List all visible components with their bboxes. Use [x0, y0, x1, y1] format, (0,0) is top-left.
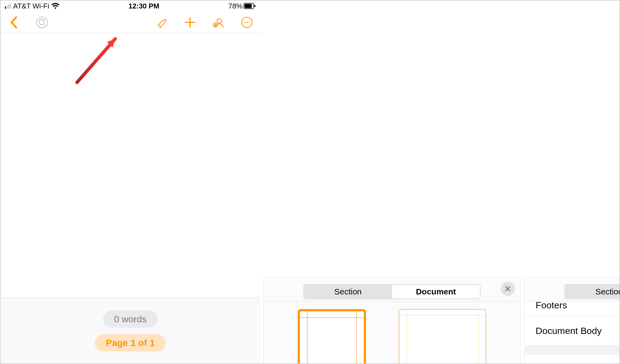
carrier-label: AT&T Wi-Fi	[13, 2, 49, 10]
popover-header: Section Document	[264, 278, 520, 302]
row-footers[interactable]: Footers	[525, 302, 620, 316]
battery-pct-label: 78%	[228, 2, 243, 10]
signal-bars-icon	[5, 3, 11, 9]
row-facing-pages[interactable]: Facing Pages	[525, 355, 620, 364]
document-canvas[interactable]	[1, 33, 260, 298]
format-brush-button[interactable]	[155, 16, 168, 29]
svg-point-8	[246, 22, 248, 23]
page-indicator-pill[interactable]: Page 1 of 1	[95, 334, 166, 351]
document-body-label: Document Body	[536, 326, 602, 336]
landscape-thumb-icon	[399, 309, 486, 364]
orientation-landscape[interactable]: Landscape	[399, 309, 486, 364]
phone-bottom-bar: 0 words Page 1 of 1	[1, 298, 260, 363]
portrait-thumb-icon	[298, 309, 366, 364]
word-count-pill[interactable]: 0 words	[103, 311, 157, 328]
popover-header: Section Document	[525, 278, 620, 302]
collaborate-button[interactable]	[212, 16, 225, 29]
document-settings-list[interactable]: Footers Document Body Facing Pages Docum…	[525, 302, 620, 364]
section-gap	[525, 346, 620, 355]
svg-point-9	[249, 22, 250, 23]
svg-point-3	[37, 17, 48, 28]
format-popover-document-settings: Section Document Footers Document Body F…	[524, 277, 620, 364]
section-document-segmented[interactable]: Section Document	[303, 284, 481, 299]
svg-rect-2	[254, 5, 255, 7]
status-left: AT&T Wi-Fi	[5, 2, 60, 10]
toolbar	[1, 11, 260, 33]
battery-icon	[244, 3, 256, 9]
tab-section[interactable]: Section	[565, 285, 620, 299]
svg-point-7	[244, 22, 245, 23]
phone-screen: AT&T Wi-Fi 12:30 PM 78%	[1, 1, 260, 363]
section-document-segmented[interactable]: Section Document	[564, 284, 620, 299]
orientation-options: Portrait Landscape	[264, 302, 520, 364]
tab-document[interactable]: Document	[392, 285, 480, 299]
undo-button[interactable]	[36, 16, 49, 29]
wifi-icon	[51, 3, 60, 9]
row-document-body[interactable]: Document Body	[525, 316, 620, 346]
insert-plus-button[interactable]	[184, 16, 197, 29]
svg-rect-1	[245, 4, 252, 8]
more-options-button[interactable]	[240, 16, 253, 29]
close-button[interactable]	[501, 282, 515, 296]
footers-label: Footers	[536, 302, 567, 311]
tab-section[interactable]: Section	[304, 285, 392, 299]
format-popover-orientation: Section Document Portrait Landscape	[263, 277, 521, 364]
orientation-portrait[interactable]: Portrait	[298, 309, 366, 364]
svg-point-4	[217, 19, 222, 23]
clock-label: 12:30 PM	[129, 2, 160, 10]
status-right: 78%	[228, 2, 256, 10]
status-bar: AT&T Wi-Fi 12:30 PM 78%	[1, 1, 260, 11]
back-button[interactable]	[7, 16, 20, 29]
